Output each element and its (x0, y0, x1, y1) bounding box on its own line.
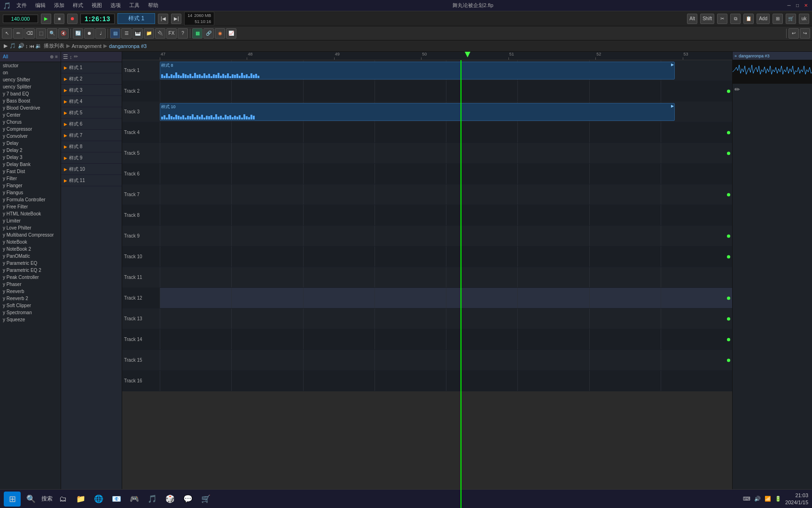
cursor-tool[interactable]: ↖ (2, 28, 12, 39)
track-row-14[interactable] (160, 350, 732, 371)
effect-item-13[interactable]: y Delay 3 (0, 154, 61, 161)
effect-item-17[interactable]: y Flanger (0, 182, 61, 189)
track-header-4[interactable]: Track 5 (122, 143, 160, 164)
erase-tool[interactable]: ⌫ (24, 28, 35, 39)
effect-item-18[interactable]: y Flangus (0, 189, 61, 196)
all-label[interactable]: All (3, 54, 8, 59)
track-header-6[interactable]: Track 7 (122, 184, 160, 205)
snap-button[interactable]: ⊞ (773, 14, 783, 24)
zoom-tool[interactable]: 🔍 (47, 28, 57, 39)
undo[interactable]: ↩ (789, 28, 799, 39)
taskbar-widget4[interactable]: 📧 (109, 492, 124, 507)
envelope[interactable]: 📈 (226, 28, 236, 39)
menu-view[interactable]: 视图 (90, 2, 104, 9)
menu-options[interactable]: 选项 (109, 2, 123, 9)
pattern-block-track3[interactable]: 样式 10▶ (160, 103, 675, 121)
taskbar-widget5[interactable]: 🎮 (127, 492, 142, 507)
effect-item-28[interactable]: y Parametric EQ (0, 260, 61, 267)
track-row-3[interactable] (160, 122, 732, 143)
tray-icon1[interactable]: ⌨ (743, 496, 750, 502)
track-row-2[interactable]: 样式 10▶ (160, 102, 732, 122)
effect-item-19[interactable]: y Formula Controller (0, 196, 61, 203)
cart-button[interactable]: 🛒 (786, 14, 796, 24)
add-button[interactable]: Add (757, 14, 770, 24)
effect-item-23[interactable]: y Love Philter (0, 224, 61, 231)
effect-item-1[interactable]: on (0, 69, 61, 76)
effect-item-32[interactable]: y Reeverb (0, 288, 61, 295)
cut-button[interactable]: ✂ (717, 14, 727, 24)
effect-item-11[interactable]: y Delay (0, 140, 61, 147)
track-header-7[interactable]: Track 8 (122, 205, 160, 226)
track-header-13[interactable]: Track 14 (122, 329, 160, 350)
draw-tool[interactable]: ✏ (13, 28, 23, 39)
menu-file[interactable]: 文件 (15, 2, 29, 9)
pattern-block-track1[interactable]: 样式 8▶ (160, 62, 675, 79)
redo[interactable]: ↪ (800, 28, 810, 39)
taskbar-widget3[interactable]: 🌐 (91, 492, 106, 507)
track-header-0[interactable]: Track 1 (122, 60, 160, 81)
effect-item-29[interactable]: y Parametric EQ 2 (0, 267, 61, 274)
effect-item-24[interactable]: y Multiband Compressor (0, 231, 61, 238)
effect-item-33[interactable]: y Reeverb 2 (0, 295, 61, 302)
search-taskbar[interactable]: 🔍 (23, 492, 39, 507)
track-row-8[interactable] (160, 226, 732, 246)
track-row-10[interactable] (160, 267, 732, 288)
effect-item-7[interactable]: y Center (0, 111, 61, 119)
mute-tool[interactable]: 🔇 (58, 28, 69, 39)
breadcrumb-item-2[interactable]: Arrangement (72, 43, 102, 49)
effects[interactable]: FX (166, 28, 177, 39)
pattern-item-2[interactable]: ▶样式 3 (61, 85, 122, 96)
effect-item-6[interactable]: y Blood Overdrive (0, 104, 61, 111)
loop-button[interactable]: 🔄 (73, 28, 83, 39)
link[interactable]: 🔗 (203, 28, 214, 39)
effect-item-15[interactable]: y Fast Dist (0, 168, 61, 175)
effect-item-22[interactable]: y Limiter (0, 217, 61, 224)
tray-icon4[interactable]: 🔋 (775, 496, 781, 502)
effect-item-25[interactable]: y NoteBook (0, 238, 61, 246)
track-row-13[interactable] (160, 329, 732, 350)
effect-item-14[interactable]: y Delay Bank (0, 161, 61, 168)
mixer-button[interactable]: ▤ (110, 28, 120, 39)
pattern-item-5[interactable]: ▶样式 6 (61, 119, 122, 130)
effect-item-4[interactable]: y 7 band EQ (0, 90, 61, 97)
start-button[interactable]: ⊞ (4, 492, 21, 507)
shift-button[interactable]: Shift (700, 14, 714, 24)
close-button[interactable]: ✕ (803, 2, 809, 9)
track-header-1[interactable]: Track 2 (122, 81, 160, 102)
record-mode[interactable]: ⏺ (84, 28, 94, 39)
pattern-item-10[interactable]: ▶样式 11 (61, 175, 122, 186)
effect-item-2[interactable]: uency Shifter (0, 76, 61, 83)
track-row-12[interactable] (160, 309, 732, 329)
select-tool[interactable]: ⬚ (36, 28, 46, 39)
effect-item-36[interactable]: y Squeeze (0, 316, 61, 323)
taskbar-widget2[interactable]: 📁 (73, 492, 88, 507)
pattern-item-3[interactable]: ▶样式 4 (61, 96, 122, 107)
stop-button[interactable]: ■ (54, 14, 64, 24)
track-header-5[interactable]: Track 6 (122, 164, 160, 184)
pattern-item-0[interactable]: ▶样式 1 (61, 62, 122, 73)
track-header-15[interactable]: Track 16 (122, 371, 160, 391)
uk-button[interactable]: uk (799, 14, 809, 24)
system-clock[interactable]: 21:03 2024/1/15 (785, 492, 808, 506)
effect-item-5[interactable]: y Bass Boost (0, 97, 61, 104)
plugin-picker[interactable]: 🔌 (155, 28, 165, 39)
effect-item-12[interactable]: y Delay 2 (0, 147, 61, 154)
effect-item-0[interactable]: structor (0, 62, 61, 69)
pattern-nav1[interactable]: ↕ (70, 54, 72, 60)
next-button[interactable]: ▶| (171, 14, 181, 24)
effect-item-9[interactable]: y Compressor (0, 126, 61, 133)
track-row-11[interactable] (160, 288, 732, 309)
track-row-6[interactable] (160, 184, 732, 205)
copy-button[interactable]: ⧉ (730, 14, 741, 24)
tray-icon2[interactable]: 🔊 (754, 496, 761, 502)
effect-item-35[interactable]: y Spectroman (0, 309, 61, 316)
pattern-nav2[interactable]: ✏ (74, 54, 78, 60)
bpm-display[interactable]: 140.000 (3, 15, 38, 23)
pattern-item-4[interactable]: ▶样式 5 (61, 107, 122, 119)
alt-button[interactable]: Alt (687, 14, 697, 24)
pattern-item-7[interactable]: ▶样式 8 (61, 141, 122, 152)
help[interactable]: ? (178, 28, 188, 39)
metronome[interactable]: ♩ (95, 28, 106, 39)
pattern-item-1[interactable]: ▶样式 2 (61, 73, 122, 85)
track-row-9[interactable] (160, 246, 732, 267)
